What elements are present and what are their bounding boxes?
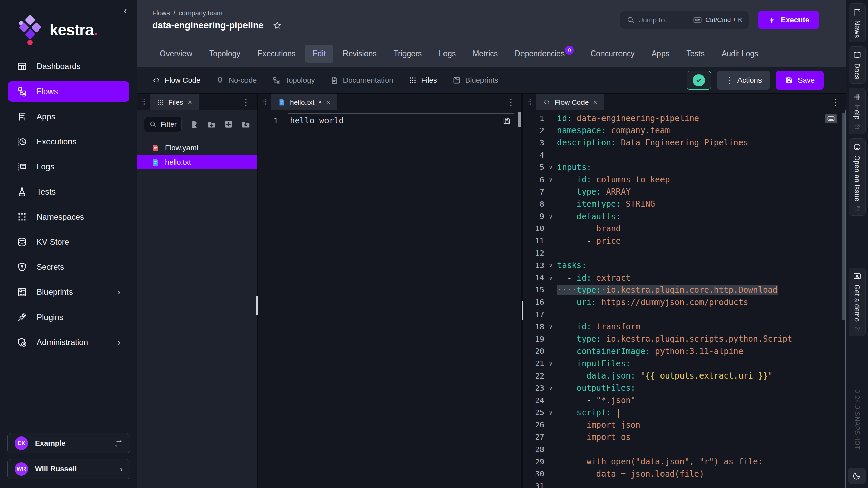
code-line[interactable]: 26 import json xyxy=(523,419,846,431)
code-line[interactable]: 15····type:·io.kestra.plugin.core.http.D… xyxy=(523,284,846,296)
panel-resize-handle[interactable] xyxy=(521,301,523,320)
code-line[interactable]: 4 xyxy=(523,149,846,161)
user-menu[interactable]: WR Will Russell › xyxy=(7,459,130,479)
sidebar-item-tests[interactable]: Tests xyxy=(8,182,129,202)
code-line[interactable]: 21∨ inputFiles: xyxy=(523,358,846,370)
view-blueprints[interactable]: Blueprints xyxy=(453,76,498,85)
execute-button[interactable]: Execute xyxy=(758,11,819,29)
text-editor[interactable]: 1 hello world xyxy=(258,110,521,488)
hello-txt-tab[interactable]: hello.txt • × xyxy=(271,94,337,110)
sidebar-item-dashboards[interactable]: Dashboards xyxy=(8,56,129,77)
code-line[interactable]: 3description: Data Engineering Pipelines xyxy=(523,137,846,149)
fold-chevron-icon[interactable]: ∨ xyxy=(544,323,557,330)
keyboard-icon[interactable] xyxy=(825,114,837,123)
code-line[interactable]: 1id: data-engineering-pipeline xyxy=(523,112,846,124)
close-icon[interactable]: × xyxy=(326,98,331,107)
breadcrumb-flows[interactable]: Flows xyxy=(152,9,170,17)
tab-metrics[interactable]: Metrics xyxy=(465,45,505,63)
flow-code-tab[interactable]: Flow Code × xyxy=(536,94,604,110)
files-panel-menu-icon[interactable]: ⋮ xyxy=(236,94,257,110)
file-row-flow-yaml[interactable]: Flow.yaml xyxy=(137,141,257,155)
new-folder-icon[interactable] xyxy=(207,120,216,129)
code-line[interactable]: 8 itemType: STRING xyxy=(523,198,846,210)
sidebar-item-executions[interactable]: Executions xyxy=(8,131,129,152)
tab-concurrency[interactable]: Concurrency xyxy=(583,45,642,63)
rail-button-help[interactable]: Help xyxy=(849,88,866,134)
add-icon[interactable] xyxy=(224,120,233,129)
code-line[interactable]: 29 with open("data.json", "r") as file: xyxy=(523,455,846,468)
sidebar-item-blueprints[interactable]: Blueprints› xyxy=(8,282,129,302)
fold-chevron-icon[interactable]: ∨ xyxy=(544,176,557,183)
panel-drag-handle[interactable] xyxy=(523,94,536,110)
code-line[interactable]: 2namespace: company.team xyxy=(523,124,846,137)
view-files[interactable]: Files xyxy=(409,76,437,85)
fold-chevron-icon[interactable]: ∨ xyxy=(544,385,557,391)
tab-overview[interactable]: Overview xyxy=(152,45,200,63)
breadcrumb-namespace[interactable]: company.team xyxy=(179,9,223,17)
scrollbar-thumb[interactable] xyxy=(518,112,521,127)
rail-button-news[interactable]: News xyxy=(849,3,866,42)
sidebar-item-plugins[interactable]: Plugins xyxy=(8,307,129,327)
tab-apps[interactable]: Apps xyxy=(644,45,677,63)
code-line[interactable]: 5∨inputs: xyxy=(523,161,846,174)
tab-topology[interactable]: Topology xyxy=(202,45,248,63)
code-line[interactable]: 25∨ script: | xyxy=(523,407,846,419)
rail-button-open-an-issue[interactable]: Open an Issue xyxy=(849,138,866,216)
view-no-code[interactable]: No-code xyxy=(216,76,257,85)
sidebar-item-kv-store[interactable]: KV Store xyxy=(8,232,129,252)
file-row-hello-txt[interactable]: hello.txt xyxy=(137,155,257,169)
tab-logs[interactable]: Logs xyxy=(431,45,463,63)
code-line[interactable]: 13∨tasks: xyxy=(523,259,846,271)
tab-audit-logs[interactable]: Audit Logs xyxy=(714,45,766,63)
fold-chevron-icon[interactable]: ∨ xyxy=(544,262,557,269)
sidebar-item-flows[interactable]: Flows xyxy=(8,81,129,102)
files-panel-tab[interactable]: Files × xyxy=(150,94,199,110)
sidebar-item-logs[interactable]: Logs xyxy=(8,157,129,177)
tab-tests[interactable]: Tests xyxy=(679,45,712,63)
autosave-floppy-icon[interactable] xyxy=(502,116,511,125)
code-line[interactable]: 30 data = json.load(file) xyxy=(523,468,846,480)
swap-tenant-icon[interactable] xyxy=(114,439,123,448)
fold-chevron-icon[interactable]: ∨ xyxy=(544,360,557,367)
save-button[interactable]: Save xyxy=(776,71,824,90)
code-line[interactable]: 27 import os xyxy=(523,431,846,443)
fold-chevron-icon[interactable]: ∨ xyxy=(544,164,557,171)
code-line[interactable]: 24 - "*.json" xyxy=(523,394,846,406)
import-folder-icon[interactable] xyxy=(241,120,250,129)
tab-revisions[interactable]: Revisions xyxy=(335,45,384,63)
new-file-icon[interactable] xyxy=(190,120,199,129)
jump-to-search[interactable]: Jump to... Ctrl/Cmd + K xyxy=(620,11,749,29)
tab-triggers[interactable]: Triggers xyxy=(386,45,430,63)
code-line[interactable]: 10 - brand xyxy=(523,223,846,235)
rail-button-get-a-demo[interactable]: Get a demo xyxy=(849,268,866,336)
flow-code-menu-icon[interactable]: ⋮ xyxy=(825,94,846,110)
code-line[interactable]: 20 containerImage: python:3.11-alpine xyxy=(523,345,846,358)
view-topology[interactable]: Topology xyxy=(272,76,315,85)
actions-button[interactable]: ⋮ Actions xyxy=(717,71,770,90)
code-line[interactable]: 18∨ - id: transform xyxy=(523,321,846,333)
sidebar-collapse-icon[interactable]: ‹ xyxy=(124,5,127,16)
view-documentation[interactable]: Documentation xyxy=(330,76,393,85)
code-line[interactable]: 17 xyxy=(523,308,846,321)
tab-executions[interactable]: Executions xyxy=(250,45,303,63)
rail-button-docs[interactable]: Docs xyxy=(849,46,866,84)
code-line[interactable]: 6∨ - id: columns_to_keep xyxy=(523,174,846,186)
editor-line[interactable]: 1 hello world xyxy=(258,113,521,128)
yaml-editor[interactable]: 1id: data-engineering-pipeline2namespace… xyxy=(523,110,846,488)
fold-chevron-icon[interactable]: ∨ xyxy=(544,213,557,220)
files-filter-input[interactable]: Filter xyxy=(144,117,182,132)
kestra-logo[interactable]: kestra. xyxy=(0,0,137,56)
tab-dependencies[interactable]: Dependencies0 xyxy=(507,45,581,63)
panel-drag-handle[interactable] xyxy=(258,94,271,110)
sidebar-item-administration[interactable]: Administration› xyxy=(8,332,129,352)
code-line[interactable]: 23∨ outputFiles: xyxy=(523,382,846,394)
code-line[interactable]: 7 type: ARRAY xyxy=(523,186,846,198)
favorite-star-icon[interactable] xyxy=(273,21,282,30)
code-line[interactable]: 31 xyxy=(523,480,846,488)
theme-toggle-button[interactable] xyxy=(848,468,866,484)
code-line[interactable]: 16 uri: https://dummyjson.com/products xyxy=(523,296,846,308)
code-line[interactable]: 14∨ - id: extract xyxy=(523,271,846,284)
sidebar-item-apps[interactable]: Apps xyxy=(8,106,129,127)
close-icon[interactable]: × xyxy=(188,98,192,107)
tab-edit[interactable]: Edit xyxy=(305,45,333,63)
